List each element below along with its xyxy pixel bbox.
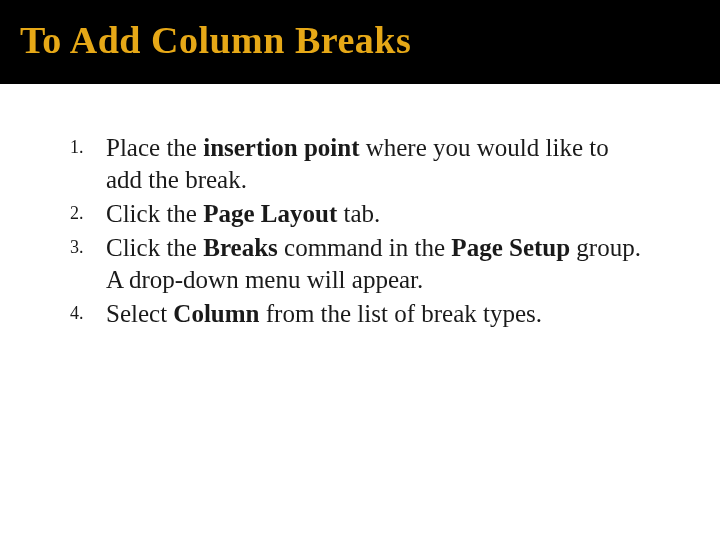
text-bold: Column — [173, 300, 259, 327]
list-item: Place the insertion point where you woul… — [70, 132, 650, 196]
text-run: command in the — [278, 234, 452, 261]
content-area: Place the insertion point where you woul… — [0, 84, 720, 330]
title-bar: To Add Column Breaks — [0, 0, 720, 84]
text-run: Click the — [106, 200, 203, 227]
text-run: Select — [106, 300, 173, 327]
text-run: Place the — [106, 134, 203, 161]
list-item: Click the Breaks command in the Page Set… — [70, 232, 650, 296]
text-run: from the list of break types. — [259, 300, 542, 327]
text-bold: Page Setup — [451, 234, 570, 261]
list-item: Select Column from the list of break typ… — [70, 298, 650, 330]
list-item: Click the Page Layout tab. — [70, 198, 650, 230]
text-bold: insertion point — [203, 134, 359, 161]
steps-list: Place the insertion point where you woul… — [70, 132, 650, 330]
text-run: tab. — [337, 200, 380, 227]
slide-title: To Add Column Breaks — [20, 18, 700, 62]
text-bold: Page Layout — [203, 200, 337, 227]
text-bold: Breaks — [203, 234, 278, 261]
text-run: Click the — [106, 234, 203, 261]
